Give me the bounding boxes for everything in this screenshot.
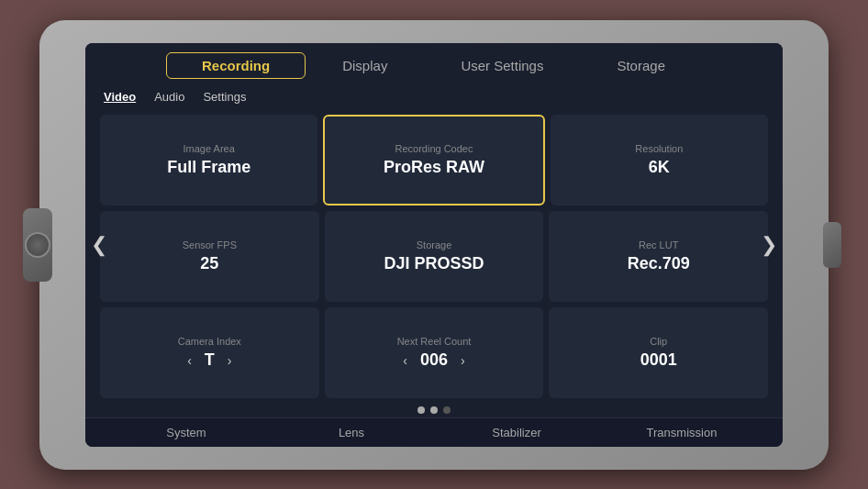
- cell-sensor-fps-label: Sensor FPS: [183, 239, 237, 250]
- page-dot-2: [430, 406, 438, 414]
- subtab-audio[interactable]: Audio: [154, 90, 184, 104]
- cell-next-reel-count-label: Next Reel Count: [397, 336, 472, 347]
- cell-rec-lut[interactable]: Rec LUT Rec.709: [549, 211, 768, 302]
- device-body: Recording Display User Settings Storage …: [39, 20, 829, 470]
- cell-sensor-fps-value: 25: [200, 254, 218, 273]
- cell-recording-codec-label: Recording Codec: [395, 143, 473, 154]
- tab-display[interactable]: Display: [306, 52, 424, 79]
- cell-camera-index-controls: ‹ T ›: [187, 350, 231, 370]
- bottom-nav-lens[interactable]: Lens: [269, 426, 434, 439]
- bottom-nav: System Lens Stabilizer Transmission: [85, 417, 783, 447]
- screen: Recording Display User Settings Storage …: [85, 43, 783, 447]
- cell-sensor-fps[interactable]: Sensor FPS 25: [100, 211, 319, 302]
- cell-resolution-value: 6K: [649, 158, 670, 177]
- camera-index-next[interactable]: ›: [228, 353, 232, 368]
- cell-clip[interactable]: Clip 0001: [549, 307, 768, 398]
- tab-user-settings[interactable]: User Settings: [424, 52, 580, 79]
- cell-resolution[interactable]: Resolution 6K: [551, 115, 768, 206]
- page-dot-3: [443, 406, 451, 414]
- cell-camera-index[interactable]: Camera Index ‹ T ›: [100, 307, 319, 398]
- nav-arrow-left[interactable]: ❮: [91, 233, 107, 257]
- page-dots: [85, 403, 783, 417]
- cell-recording-codec-value: ProRes RAW: [384, 158, 484, 177]
- bottom-nav-system[interactable]: System: [104, 426, 269, 439]
- reel-count-prev[interactable]: ‹: [403, 353, 407, 368]
- cell-storage-label: Storage: [417, 239, 452, 250]
- page-dot-1: [417, 406, 425, 414]
- cell-storage[interactable]: Storage DJI PROSSD: [325, 211, 544, 302]
- cell-next-reel-count[interactable]: Next Reel Count ‹ 006 ›: [325, 307, 544, 398]
- tab-recording[interactable]: Recording: [166, 52, 306, 79]
- reel-count-next[interactable]: ›: [461, 353, 465, 368]
- bottom-nav-transmission[interactable]: Transmission: [599, 426, 764, 439]
- subtab-video[interactable]: Video: [104, 90, 136, 104]
- cell-rec-lut-value: Rec.709: [628, 254, 690, 273]
- cell-storage-value: DJI PROSSD: [384, 254, 484, 273]
- cell-camera-index-value: T: [205, 350, 215, 370]
- cell-camera-index-label: Camera Index: [178, 336, 241, 347]
- cell-recording-codec[interactable]: Recording Codec ProRes RAW: [323, 115, 544, 206]
- content-area: Image Area Full Frame Recording Codec Pr…: [85, 111, 783, 403]
- tab-storage[interactable]: Storage: [580, 52, 702, 79]
- grid-row-1: Image Area Full Frame Recording Codec Pr…: [100, 115, 768, 206]
- left-knob: [23, 208, 52, 282]
- cell-image-area-label: Image Area: [184, 143, 235, 154]
- bottom-nav-stabilizer[interactable]: Stabilizer: [434, 426, 599, 439]
- cell-next-reel-count-value: 006: [420, 350, 448, 370]
- subtab-settings[interactable]: Settings: [203, 90, 246, 104]
- cell-image-area-value: Full Frame: [167, 158, 250, 177]
- sub-nav: Video Audio Settings: [85, 86, 783, 111]
- grid-row-3: Camera Index ‹ T › Next Reel Count ‹ 006…: [100, 307, 768, 398]
- cell-next-reel-count-controls: ‹ 006 ›: [403, 350, 464, 370]
- cell-rec-lut-label: Rec LUT: [639, 239, 678, 250]
- cell-clip-value: 0001: [640, 350, 677, 370]
- right-knob: [823, 222, 841, 268]
- grid-row-2: Sensor FPS 25 Storage DJI PROSSD Rec LUT…: [100, 211, 768, 302]
- nav-arrow-right[interactable]: ❯: [761, 233, 777, 257]
- camera-index-prev[interactable]: ‹: [187, 353, 192, 368]
- top-nav: Recording Display User Settings Storage: [85, 43, 783, 86]
- cell-resolution-label: Resolution: [635, 143, 683, 154]
- cell-image-area[interactable]: Image Area Full Frame: [100, 115, 317, 206]
- cell-clip-label: Clip: [650, 336, 667, 347]
